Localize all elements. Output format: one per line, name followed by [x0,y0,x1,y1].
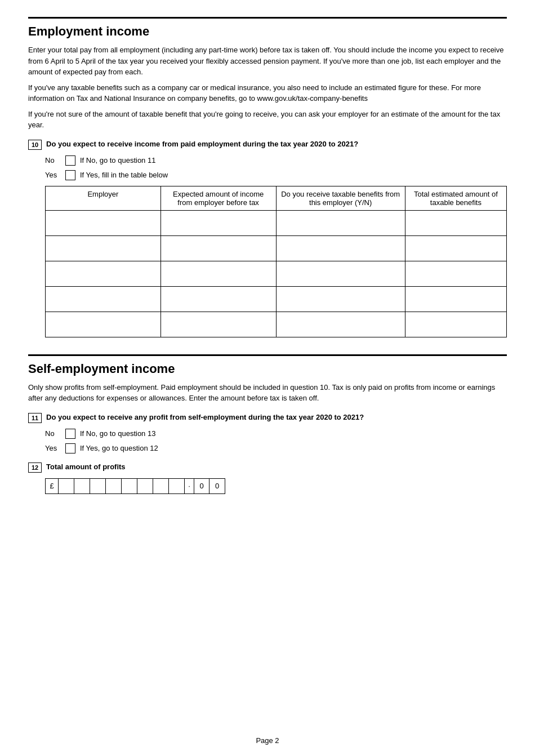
table-cell-employer-5[interactable] [46,312,161,337]
page: Employment income Enter your total pay f… [0,0,535,756]
table-row [46,261,507,286]
pence-digit-2[interactable]: 0 [209,478,225,494]
q10-no-label: No [45,156,61,164]
profits-digit-8[interactable] [169,478,185,494]
q10-yes-label: Yes [45,171,61,179]
table-header-row: Employer Expected amount of income from … [46,186,507,210]
question-11-options: No If No, go to question 13 Yes If Yes, … [45,429,507,453]
employment-para3: If you're not sure of the amount of taxa… [28,109,507,131]
q11-yes-hint: If Yes, go to question 12 [80,444,158,452]
question-10-number: 10 [28,140,42,150]
table-row [46,235,507,261]
table-cell-employer-4[interactable] [46,286,161,312]
table-cell-employer-3[interactable] [46,261,161,286]
q10-yes-hint: If Yes, fill in the table below [80,171,168,179]
table-cell-total-4[interactable] [405,286,506,312]
table-row [46,312,507,337]
table-cell-taxable-3[interactable] [276,261,405,286]
table-cell-expected-1[interactable] [160,210,276,235]
question-12-number: 12 [28,463,42,473]
question-10-block: 10 Do you expect to receive income from … [28,140,507,337]
q11-yes-checkbox[interactable] [65,443,75,453]
profits-digit-7[interactable] [153,478,169,494]
col-header-total: Total estimated amount of taxable benefi… [405,186,506,210]
table-cell-taxable-2[interactable] [276,235,405,261]
employment-income-title: Employment income [28,24,507,39]
table-cell-taxable-5[interactable] [276,312,405,337]
table-cell-total-5[interactable] [405,312,506,337]
question-12-block: 12 Total amount of profits £ · 0 0 [28,463,507,494]
page-number: Page 2 [256,736,279,745]
col-header-taxable: Do you receive taxable benefits from thi… [276,186,405,210]
self-employment-section: Self-employment income Only show profits… [28,362,507,494]
top-border [28,17,507,19]
col-header-employer: Employer [46,186,161,210]
q11-no-hint: If No, go to question 13 [80,429,155,438]
self-employment-title: Self-employment income [28,362,507,376]
table-cell-expected-5[interactable] [160,312,276,337]
question-10-label: 10 Do you expect to receive income from … [28,140,507,150]
table-cell-employer-1[interactable] [46,210,161,235]
q11-no-checkbox[interactable] [65,429,75,439]
question-11-yes-row: Yes If Yes, go to question 12 [45,443,507,453]
q11-yes-label: Yes [45,444,61,452]
question-11-no-row: No If No, go to question 13 [45,429,507,439]
pence-digit-1[interactable]: 0 [194,478,209,494]
table-cell-total-1[interactable] [405,210,506,235]
employment-income-section: Employment income Enter your total pay f… [28,24,507,337]
employment-para2: If you've any taxable benefits such as a… [28,82,507,104]
decimal-separator: · [185,478,194,494]
table-row [46,286,507,312]
profits-digit-3[interactable] [90,478,106,494]
profits-digit-2[interactable] [74,478,90,494]
col-header-expected: Expected amount of income from employer … [160,186,276,210]
question-11-block: 11 Do you expect to receive any profit f… [28,413,507,453]
q10-no-hint: If No, go to question 11 [80,156,155,164]
table-cell-taxable-4[interactable] [276,286,405,312]
self-employment-para1: Only show profits from self-employment. … [28,382,507,404]
profits-input-row: £ · 0 0 [45,478,507,494]
question-10-options: No If No, go to question 11 Yes If Yes, … [45,155,507,180]
employment-table: Employer Expected amount of income from … [45,186,507,337]
profits-digit-4[interactable] [106,478,122,494]
pound-symbol: £ [45,478,59,494]
employment-para1: Enter your total pay from all employment… [28,45,507,78]
table-cell-expected-3[interactable] [160,261,276,286]
table-cell-total-2[interactable] [405,235,506,261]
question-11-number: 11 [28,413,42,423]
table-cell-expected-2[interactable] [160,235,276,261]
table-row [46,210,507,235]
profits-digit-6[interactable] [137,478,153,494]
table-cell-total-3[interactable] [405,261,506,286]
question-10-yes-row: Yes If Yes, fill in the table below [45,170,507,180]
question-10-text: Do you expect to receive income from pai… [46,140,358,148]
q11-no-label: No [45,429,61,438]
table-cell-expected-4[interactable] [160,286,276,312]
table-cell-taxable-1[interactable] [276,210,405,235]
q10-yes-checkbox[interactable] [65,170,75,180]
question-10-no-row: No If No, go to question 11 [45,155,507,166]
question-12-text: Total amount of profits [46,463,126,471]
question-11-text: Do you expect to receive any profit from… [46,413,364,421]
profits-digit-1[interactable] [59,478,74,494]
q10-no-checkbox[interactable] [65,155,75,166]
question-11-label: 11 Do you expect to receive any profit f… [28,413,507,423]
question-12-label: 12 Total amount of profits [28,463,507,473]
table-cell-employer-2[interactable] [46,235,161,261]
section-divider [28,354,507,356]
profits-digit-5[interactable] [122,478,137,494]
